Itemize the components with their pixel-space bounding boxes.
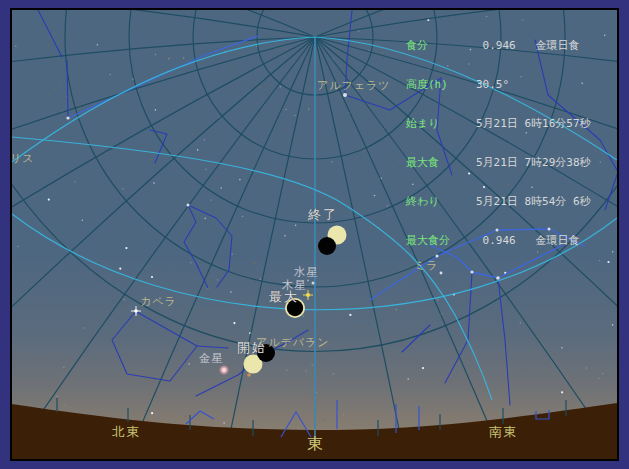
background-star bbox=[235, 338, 236, 339]
background-star bbox=[66, 96, 67, 97]
background-star bbox=[170, 57, 171, 58]
background-star bbox=[15, 46, 16, 47]
background-star bbox=[151, 412, 153, 414]
background-star bbox=[260, 279, 261, 280]
background-star bbox=[280, 86, 281, 87]
info-label: 終わり bbox=[406, 195, 476, 208]
background-star bbox=[205, 169, 206, 170]
background-star bbox=[63, 404, 64, 405]
background-star bbox=[586, 367, 587, 368]
alpheratz-star bbox=[343, 93, 347, 97]
background-star bbox=[284, 235, 286, 237]
background-star bbox=[383, 14, 384, 15]
background-star bbox=[370, 227, 371, 228]
background-star bbox=[126, 306, 127, 307]
background-star bbox=[333, 373, 334, 374]
background-star bbox=[34, 196, 35, 197]
background-star bbox=[190, 262, 191, 263]
background-star bbox=[168, 58, 169, 59]
background-star bbox=[387, 205, 388, 206]
background-star bbox=[382, 52, 383, 53]
info-label: 食分 bbox=[406, 39, 476, 52]
background-star bbox=[17, 48, 18, 49]
background-star bbox=[305, 370, 306, 371]
moon-disc-start bbox=[257, 344, 275, 362]
background-star bbox=[312, 364, 313, 365]
background-star bbox=[174, 270, 175, 271]
background-star bbox=[303, 315, 304, 316]
background-star bbox=[308, 219, 309, 220]
background-star bbox=[53, 89, 54, 90]
background-star bbox=[166, 297, 167, 298]
background-star bbox=[83, 323, 84, 324]
background-star bbox=[125, 247, 127, 249]
background-star bbox=[561, 391, 563, 393]
info-label: 最大食分 bbox=[406, 234, 476, 247]
background-star bbox=[285, 128, 286, 129]
info-value: 0.946 金環日食 bbox=[476, 234, 580, 247]
background-star bbox=[495, 329, 496, 330]
background-star bbox=[595, 150, 596, 151]
background-star bbox=[422, 367, 424, 369]
background-star bbox=[105, 153, 106, 154]
background-star bbox=[155, 109, 157, 111]
background-star bbox=[222, 340, 223, 341]
background-star bbox=[33, 298, 34, 299]
background-star bbox=[169, 56, 170, 57]
background-star bbox=[399, 161, 400, 162]
background-star bbox=[48, 199, 50, 201]
background-star bbox=[131, 237, 132, 238]
background-star bbox=[349, 314, 351, 316]
background-star bbox=[372, 95, 373, 96]
mercury-marker[interactable] bbox=[312, 282, 315, 285]
background-star bbox=[253, 220, 254, 221]
background-star bbox=[230, 77, 231, 78]
background-star bbox=[183, 57, 184, 58]
background-star bbox=[309, 271, 310, 272]
background-star bbox=[323, 419, 324, 420]
background-star bbox=[230, 291, 232, 293]
background-star bbox=[307, 280, 309, 282]
background-star bbox=[326, 264, 327, 265]
background-star bbox=[185, 83, 186, 84]
background-star bbox=[150, 159, 151, 160]
background-star bbox=[612, 324, 614, 326]
background-star bbox=[124, 50, 125, 51]
background-star bbox=[123, 188, 124, 189]
background-star bbox=[63, 368, 64, 369]
background-star bbox=[286, 370, 287, 371]
background-star bbox=[599, 260, 600, 261]
background-star bbox=[191, 325, 192, 326]
info-label: 最大食 bbox=[406, 156, 476, 169]
background-star bbox=[210, 199, 211, 200]
background-star bbox=[56, 396, 57, 397]
background-star bbox=[604, 35, 606, 37]
background-star bbox=[595, 23, 596, 24]
background-star bbox=[134, 28, 135, 29]
background-star bbox=[192, 133, 193, 134]
background-star bbox=[231, 254, 232, 255]
background-star bbox=[604, 246, 605, 247]
background-star bbox=[124, 299, 125, 300]
info-label: 始まり bbox=[406, 117, 476, 130]
background-star bbox=[63, 367, 64, 368]
background-star bbox=[254, 263, 255, 264]
background-star bbox=[381, 48, 382, 49]
background-star bbox=[97, 44, 99, 46]
background-star bbox=[233, 68, 234, 69]
background-star bbox=[223, 422, 225, 424]
background-star bbox=[295, 225, 297, 227]
background-star bbox=[170, 211, 171, 212]
background-star bbox=[249, 315, 250, 316]
eclipse-max-marker[interactable] bbox=[285, 298, 305, 318]
background-star bbox=[590, 283, 591, 284]
background-star bbox=[396, 309, 397, 310]
info-value: 30.5° bbox=[476, 78, 509, 91]
background-star bbox=[329, 90, 330, 91]
background-star bbox=[197, 149, 199, 151]
background-star bbox=[153, 182, 155, 184]
background-star bbox=[374, 195, 376, 197]
background-star bbox=[286, 48, 287, 49]
background-star bbox=[363, 150, 364, 151]
sky-view-window[interactable]: 食分 0.946 金環日食 高度(h)30.5° 始まり5月21日 6時16分5… bbox=[10, 8, 619, 461]
